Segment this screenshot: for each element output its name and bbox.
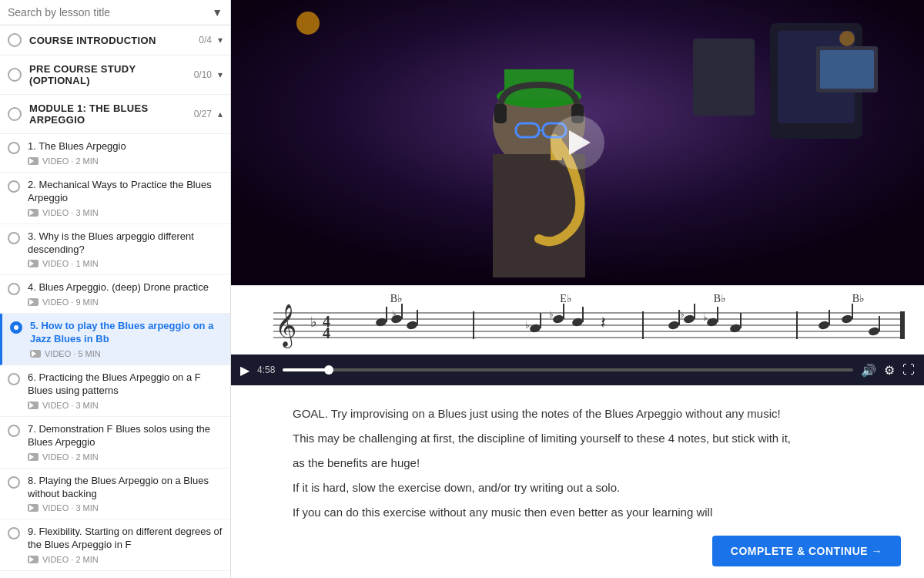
play-icon [569,130,591,155]
svg-point-61 [818,320,830,330]
section-title: Pre course study (optional) [29,63,194,86]
svg-text:𝄞: 𝄞 [275,304,296,348]
lesson-meta: VIDEO · 3 MIN [28,401,223,410]
lesson-duration: VIDEO · 2 MIN [42,452,99,462]
lesson-duration: VIDEO · 3 MIN [42,208,99,217]
video-icon [28,260,38,267]
lesson-meta: VIDEO · 2 MIN [28,555,223,564]
svg-text:♭: ♭ [525,320,530,331]
lesson-circle-icon [8,425,20,437]
lesson-duration: VIDEO · 2 MIN [42,156,99,166]
fullscreen-icon[interactable]: ⛶ [902,363,915,377]
lesson-duration: VIDEO · 1 MIN [42,259,99,268]
lesson-title: 3. Why is the Blues arpeggio different d… [28,230,223,257]
lesson-info: 8. Playing the Blues Arpeggio on a Blues… [28,475,223,513]
video-timestamp: 4:58 [257,365,275,375]
chevron-up-icon: ▴ [218,109,223,119]
video-icon [28,402,38,409]
lesson-duration: VIDEO · 3 MIN [42,401,99,410]
lesson-meta: VIDEO · 1 MIN [28,259,223,268]
lesson-circle-icon [8,527,20,539]
lesson-item[interactable]: 5. How to play the Blues arpeggio on a J… [0,314,230,365]
description-line: as the benefits are huge! [293,454,862,472]
search-input[interactable] [8,6,212,18]
lesson-circle-icon [8,476,20,489]
section-circle-icon [8,33,22,47]
section-pre-course[interactable]: Pre course study (optional) 0/10 ▾ [0,55,230,95]
section-course-intro[interactable]: COURSE INTRODUCTION 0/4 ▾ [0,25,230,55]
svg-text:E♭: E♭ [560,293,572,304]
lesson-item[interactable]: 1. The Blues ArpeggioVIDEO · 2 MIN [0,134,230,173]
lesson-meta: VIDEO · 9 MIN [28,297,223,307]
lesson-item[interactable]: 4. Blues Arpeggio. (deep) Drone practice… [0,275,230,314]
lesson-info: 7. Demonstration F Blues solos using the… [28,423,223,462]
lesson-info: 9. Flexibility. Starting on different de… [28,526,223,564]
svg-point-51 [683,314,695,324]
video-section: 𝄞 ♭ 4 4 B♭ ♭ E♭ [231,0,924,385]
section-title: Module 1: The Blues Arpeggio [29,102,194,126]
video-icon [30,350,41,358]
play-pause-button[interactable]: ▶ [240,363,249,378]
play-button[interactable] [551,116,604,170]
lesson-item[interactable]: 7. Demonstration F Blues solos using the… [0,417,230,469]
lesson-title: 2. Mechanical Ways to Practice the Blues… [28,179,223,205]
lesson-info: 5. How to play the Blues arpeggio on a J… [30,320,223,358]
lesson-item[interactable]: 6. Practicing the Blues Arpeggio on a F … [0,365,230,417]
svg-text:♭: ♭ [680,309,685,320]
video-icon [28,157,38,165]
section-module1[interactable]: Module 1: The Blues Arpeggio 0/27 ▴ [0,95,230,134]
lesson-item[interactable]: 8. Playing the Blues Arpeggio on a Blues… [0,469,230,520]
main-content: 𝄞 ♭ 4 4 B♭ ♭ E♭ [231,0,924,578]
svg-point-41 [552,314,564,324]
lesson-info: 3. Why is the Blues arpeggio different d… [28,230,223,269]
video-icon [28,453,38,461]
search-container: ▼ [0,0,230,25]
sheet-music: 𝄞 ♭ 4 4 B♭ ♭ E♭ [231,285,924,355]
progress-fill [283,368,328,371]
svg-point-34 [406,320,418,330]
lesson-info: 6. Practicing the Blues Arpeggio on a F … [28,371,223,410]
svg-point-44 [571,317,584,327]
lesson-info: 4. Blues Arpeggio. (deep) Drone practice… [28,281,223,307]
section-count: 0/10 [194,69,212,80]
lesson-duration: VIDEO · 3 MIN [42,503,99,512]
svg-rect-2 [693,39,755,116]
progress-dot [324,365,333,375]
svg-point-17 [296,12,320,35]
description-panel: GOAL. Try improvising on a Blues just us… [231,385,924,578]
progress-bar[interactable] [283,368,853,371]
svg-point-38 [529,323,541,333]
svg-text:♭: ♭ [392,308,397,319]
lesson-item[interactable]: 9. Flexibility. Starting on different de… [0,519,230,571]
lesson-circle-icon [10,321,22,334]
search-chevron-icon: ▼ [212,6,223,18]
lesson-title: 5. How to play the Blues arpeggio on a J… [30,320,223,346]
svg-text:4: 4 [323,324,330,341]
svg-rect-6 [820,50,874,89]
video-icon [28,556,38,563]
lesson-duration: VIDEO · 2 MIN [42,555,99,564]
svg-point-29 [375,317,387,327]
svg-rect-12 [494,104,507,123]
lesson-title: 6. Practicing the Blues Arpeggio on a F … [28,371,223,398]
video-controls: ▶ 4:58 🔊 ⚙ ⛶ [231,355,924,385]
video-frame [231,0,924,285]
section-circle-icon [8,107,22,121]
lesson-item[interactable]: 3. Why is the Blues arpeggio different d… [0,224,230,276]
svg-text:𝄽: 𝄽 [601,317,605,328]
chevron-down-icon: ▾ [218,35,223,45]
volume-icon[interactable]: 🔊 [861,363,876,378]
lesson-circle-icon [8,373,20,385]
lesson-meta: VIDEO · 5 MIN [30,349,223,358]
settings-icon[interactable]: ⚙ [884,363,895,378]
lesson-title: 8. Playing the Blues Arpeggio on a Blues… [28,475,223,501]
lessons-list: 1. The Blues ArpeggioVIDEO · 2 MIN2. Mec… [0,134,230,578]
lesson-item[interactable]: 2. Mechanical Ways to Practice the Blues… [0,173,230,224]
svg-text:♭: ♭ [310,314,316,330]
complete-continue-button[interactable]: COMPLETE & CONTINUE → [712,536,901,566]
svg-point-18 [839,31,855,46]
svg-point-65 [868,326,880,336]
video-icon [28,209,38,217]
section-title: COURSE INTRODUCTION [29,35,199,46]
description-line: This may be challenging at first, the di… [293,429,862,448]
